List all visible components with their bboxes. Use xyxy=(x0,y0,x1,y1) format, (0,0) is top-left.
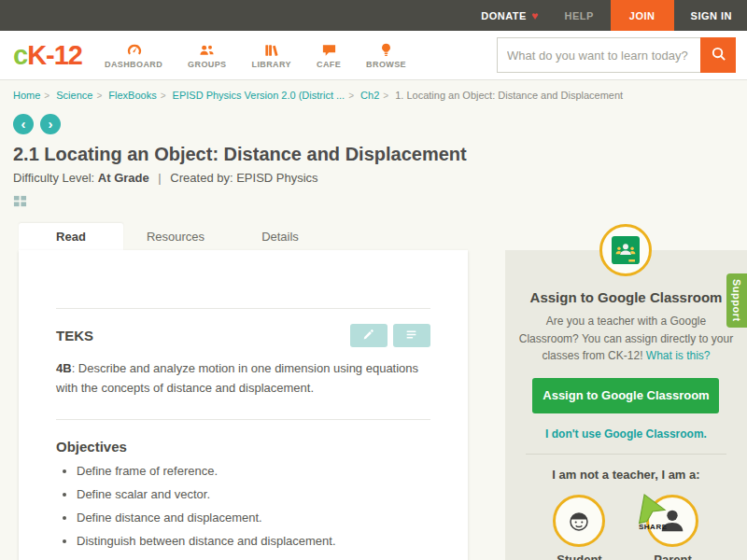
student-icon xyxy=(553,495,605,547)
ck12-logo[interactable]: cK-12 xyxy=(13,42,82,69)
divider xyxy=(526,454,726,455)
breadcrumb-science[interactable]: Science xyxy=(56,90,92,101)
objectives-heading: Objectives xyxy=(56,439,430,455)
breadcrumb: Home> Science> FlexBooks> EPISD Physics … xyxy=(0,80,747,106)
no-classroom-link[interactable]: I don't use Google Classroom. xyxy=(518,427,734,441)
breadcrumb-separator: > xyxy=(161,91,166,101)
groups-icon xyxy=(199,41,215,58)
tab-resources[interactable]: Resources xyxy=(123,223,228,250)
created-by-label: Created by: xyxy=(170,171,233,185)
search-icon xyxy=(711,46,726,64)
objective-item: Distinguish between distance and displac… xyxy=(77,534,430,548)
tab-read[interactable]: Read xyxy=(19,223,123,250)
divider xyxy=(56,419,430,420)
donate-link[interactable]: DONATE♥ xyxy=(481,9,538,22)
heart-icon: ♥ xyxy=(531,9,539,22)
library-icon xyxy=(263,41,279,58)
dashboard-icon xyxy=(126,41,142,58)
breadcrumb-home[interactable]: Home xyxy=(13,90,40,101)
breadcrumb-separator: > xyxy=(348,91,354,101)
assign-heading: Assign to Google Classroom xyxy=(518,289,734,305)
teks-description: 4B: Describe and analyze motion in one d… xyxy=(56,358,430,399)
nav-cafe[interactable]: CAFE xyxy=(317,41,341,69)
help-link[interactable]: HELP xyxy=(565,10,594,21)
notes-list-button[interactable] xyxy=(393,324,430,347)
prev-lesson-button[interactable]: ‹ xyxy=(13,114,34,134)
browse-icon xyxy=(378,41,394,58)
nav-dashboard[interactable]: DASHBOARD xyxy=(105,41,162,69)
edit-button[interactable] xyxy=(350,324,388,347)
search-bar xyxy=(497,37,736,73)
meta-separator: | xyxy=(158,171,161,185)
breadcrumb-separator: > xyxy=(96,91,102,101)
nav-browse[interactable]: BROWSE xyxy=(366,41,406,69)
assign-classroom-button[interactable]: Assign to Google Classroom xyxy=(532,378,719,413)
list-icon xyxy=(405,329,417,343)
main-nav: DASHBOARD GROUPS LIBRARY CAFE BROWSE xyxy=(105,41,406,69)
teks-text: : Describe and analyze motion in one dim… xyxy=(56,361,418,395)
role-options: Student Parent xyxy=(518,495,734,560)
objective-item: Define distance and displacement. xyxy=(77,511,430,525)
not-teacher-label: I am not a teacher, I am a: xyxy=(518,468,734,482)
google-classroom-icon xyxy=(599,224,652,276)
nav-groups[interactable]: GROUPS xyxy=(188,41,226,69)
lesson-content-card: TEKS 4B: Describe and analyze motion in … xyxy=(19,250,468,560)
details-grid-icon[interactable] xyxy=(13,194,27,212)
breadcrumb-flexbooks[interactable]: FlexBooks xyxy=(108,90,156,101)
assign-description: Are you a teacher with a Google Classroo… xyxy=(518,313,734,365)
top-utility-bar: DONATE♥ HELP JOIN SIGN IN xyxy=(0,0,747,31)
objective-item: Define scalar and vector. xyxy=(77,487,430,501)
role-parent-button[interactable]: Parent xyxy=(646,495,698,560)
breadcrumb-separator: > xyxy=(44,91,49,101)
parent-icon xyxy=(646,495,698,547)
teks-actions xyxy=(350,324,430,347)
difficulty-label: Difficulty Level: xyxy=(13,171,94,185)
join-button[interactable]: JOIN xyxy=(611,0,674,31)
divider xyxy=(56,308,430,309)
assign-sidebar: Assign to Google Classroom Are you a tea… xyxy=(505,250,747,560)
page-title: 2.1 Locating an Object: Distance and Dis… xyxy=(13,144,734,165)
teks-code: 4B xyxy=(56,361,72,375)
cafe-icon xyxy=(321,41,337,58)
tab-details[interactable]: Details xyxy=(228,223,332,250)
objective-item: Define frame of reference. xyxy=(77,464,430,478)
search-input[interactable] xyxy=(497,37,700,73)
next-lesson-button[interactable]: › xyxy=(40,114,61,134)
donate-label: DONATE xyxy=(481,10,527,21)
sign-in-link[interactable]: SIGN IN xyxy=(691,10,732,21)
search-button[interactable] xyxy=(700,37,736,73)
teks-heading: TEKS xyxy=(56,328,93,343)
title-section: ‹ › 2.1 Locating an Object: Distance and… xyxy=(0,106,747,212)
created-by-value: EPISD Physics xyxy=(236,171,317,185)
top-utility-links: DONATE♥ HELP JOIN SIGN IN xyxy=(468,0,747,31)
difficulty-value: At Grade xyxy=(98,171,149,185)
support-tab-label: Support xyxy=(731,279,742,322)
pencil-icon xyxy=(362,329,374,343)
teks-header-row: TEKS xyxy=(56,324,430,347)
nav-library[interactable]: LIBRARY xyxy=(252,41,291,69)
what-is-this-link[interactable]: What is this? xyxy=(646,349,711,362)
breadcrumb-current: 1. Locating an Object: Distance and Disp… xyxy=(395,90,623,101)
objectives-list: Define frame of reference. Define scalar… xyxy=(56,464,430,548)
lesson-pager: ‹ › xyxy=(13,114,734,134)
lesson-meta: Difficulty Level: At Grade | Created by:… xyxy=(13,171,734,185)
role-student-button[interactable]: Student xyxy=(553,495,605,560)
parent-label: Parent xyxy=(654,553,691,560)
site-header: cK-12 DASHBOARD GROUPS LIBRARY CAFE xyxy=(0,31,747,80)
support-tab[interactable]: Support xyxy=(726,273,747,328)
breadcrumb-separator: > xyxy=(383,91,388,101)
breadcrumb-chapter[interactable]: Ch2 xyxy=(360,90,379,101)
main-content-row: TEKS 4B: Describe and analyze motion in … xyxy=(0,250,747,560)
breadcrumb-book[interactable]: EPISD Physics Version 2.0 (District ... xyxy=(173,90,345,101)
student-label: Student xyxy=(557,553,601,560)
